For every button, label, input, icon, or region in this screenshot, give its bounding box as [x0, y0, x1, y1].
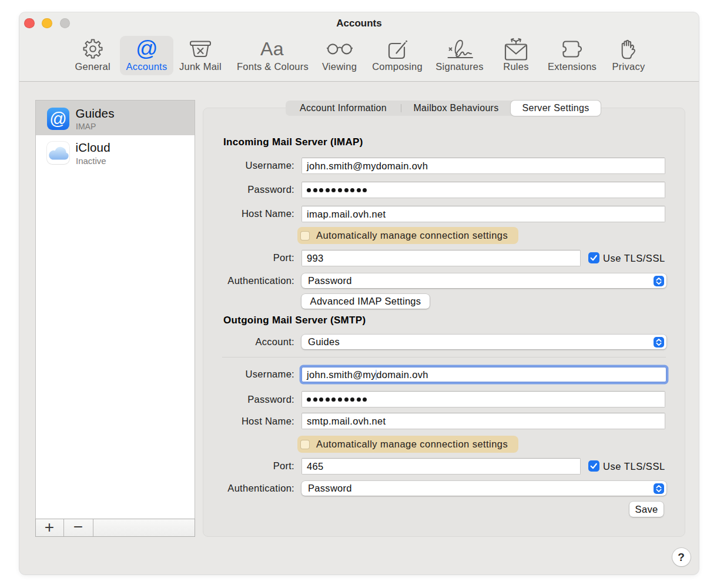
svg-text:Aa: Aa [260, 38, 284, 59]
svg-text:@: @ [136, 36, 158, 61]
svg-text:@: @ [49, 109, 66, 128]
